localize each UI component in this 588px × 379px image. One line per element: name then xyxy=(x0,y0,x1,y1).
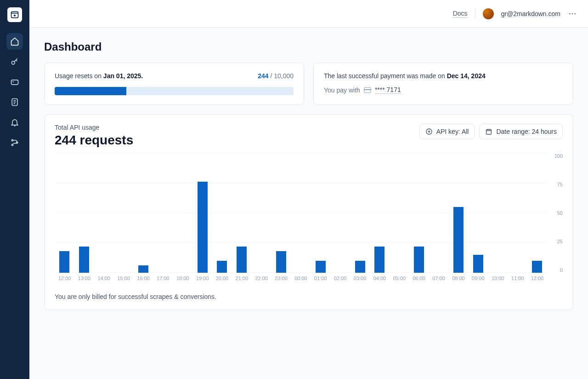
svg-point-9 xyxy=(575,13,576,14)
bar[interactable] xyxy=(414,247,424,273)
chart-area: 12:0013:0014:0015:0016:0017:0018:0019:00… xyxy=(55,153,563,287)
bar-slot xyxy=(449,153,469,273)
bar-slot xyxy=(74,153,94,273)
nav-keys[interactable] xyxy=(6,53,23,70)
bar-slot xyxy=(153,153,173,273)
x-tick: 04:00 xyxy=(370,276,390,287)
y-tick: 50 xyxy=(557,210,563,216)
x-tick: 13:00 xyxy=(74,276,94,287)
bar-slot xyxy=(134,153,153,273)
api-key-filter[interactable]: API key: All xyxy=(419,124,475,139)
x-tick: 07:00 xyxy=(429,276,449,287)
bar-slot xyxy=(291,153,311,273)
bar-slot xyxy=(212,153,232,273)
x-tick: 09:00 xyxy=(468,276,488,287)
x-tick: 16:00 xyxy=(134,276,153,287)
bar-slot xyxy=(114,153,134,273)
card-last4[interactable]: **** 7171 xyxy=(375,86,401,94)
bar-slot xyxy=(508,153,527,273)
nav-home[interactable] xyxy=(6,33,23,50)
more-menu-button[interactable] xyxy=(568,9,577,18)
bar-slot xyxy=(232,153,252,273)
bar[interactable] xyxy=(532,261,542,273)
credit-card-icon xyxy=(364,87,371,93)
svg-point-5 xyxy=(11,144,13,145)
pay-with-label: You pay with xyxy=(324,86,360,94)
x-tick: 22:00 xyxy=(252,276,271,287)
sidebar xyxy=(0,0,29,379)
user-email: gr@2markdown.com xyxy=(501,10,560,17)
bar[interactable] xyxy=(59,251,69,273)
chart-subtitle: Total API usage xyxy=(55,124,133,131)
x-tick: 08:00 xyxy=(449,276,469,287)
y-tick: 0 xyxy=(560,267,563,273)
nav-logs[interactable] xyxy=(6,94,23,110)
payment-card: The last successful payment was made on … xyxy=(313,63,573,105)
x-tick: 05:00 xyxy=(390,276,409,287)
bar-slot xyxy=(370,153,390,273)
bar[interactable] xyxy=(237,247,247,273)
x-tick: 23:00 xyxy=(271,276,291,287)
bar-slot xyxy=(173,153,192,273)
avatar[interactable] xyxy=(483,8,494,19)
bar[interactable] xyxy=(79,247,89,273)
bar-slot xyxy=(409,153,429,273)
bar-slot xyxy=(527,153,547,273)
bar-slot xyxy=(271,153,291,273)
bar-slot xyxy=(488,153,508,273)
x-tick: 02:00 xyxy=(330,276,350,287)
x-tick: 03:00 xyxy=(350,276,370,287)
nav-integrations[interactable] xyxy=(6,134,23,151)
bar[interactable] xyxy=(198,182,208,273)
bar[interactable] xyxy=(217,261,227,273)
bar[interactable] xyxy=(355,261,365,273)
x-tick: 12:00 xyxy=(527,276,547,287)
x-tick: 19:00 xyxy=(192,276,212,287)
payment-status-text: The last successful payment was made on … xyxy=(324,72,563,80)
bar-slot xyxy=(350,153,370,273)
x-tick: 00:00 xyxy=(291,276,311,287)
nav-playground[interactable] xyxy=(6,74,23,90)
x-tick: 11:00 xyxy=(508,276,527,287)
docs-link[interactable]: Docs xyxy=(453,10,468,18)
svg-rect-2 xyxy=(11,80,18,85)
date-range-filter[interactable]: Date range: 24 hours xyxy=(479,124,563,139)
bar[interactable] xyxy=(374,247,384,273)
bar-slot xyxy=(311,153,330,273)
billing-note: You are only billed for successful scrap… xyxy=(55,293,563,300)
x-tick: 01:00 xyxy=(311,276,330,287)
x-tick: 14:00 xyxy=(94,276,114,287)
bar[interactable] xyxy=(453,207,464,273)
y-tick: 75 xyxy=(557,182,563,187)
usage-count: 244 / 10,000 xyxy=(258,72,294,80)
bar-slot xyxy=(468,153,488,273)
plus-circle-icon xyxy=(425,128,433,135)
nav-notifications[interactable] xyxy=(6,114,23,131)
x-tick: 21:00 xyxy=(232,276,252,287)
dots-horizontal-icon xyxy=(568,9,577,18)
divider xyxy=(475,8,475,19)
usage-card: Usage resets on Jan 01, 2025. 244 / 10,0… xyxy=(44,63,304,105)
bar-slot xyxy=(390,153,409,273)
chart-card: Total API usage 244 requests API key: Al… xyxy=(44,114,573,310)
topbar: Docs gr@2markdown.com xyxy=(29,0,588,28)
svg-point-4 xyxy=(11,139,13,141)
bar[interactable] xyxy=(473,255,483,273)
x-tick: 18:00 xyxy=(173,276,192,287)
x-tick: 20:00 xyxy=(212,276,232,287)
bar-slot xyxy=(55,153,74,273)
x-tick: 06:00 xyxy=(409,276,429,287)
calendar-icon xyxy=(485,128,492,135)
bar-slot xyxy=(330,153,350,273)
bar-slot xyxy=(192,153,212,273)
svg-point-7 xyxy=(569,13,571,14)
x-tick: 10:00 xyxy=(488,276,508,287)
x-tick: 12:00 xyxy=(55,276,74,287)
usage-reset-text: Usage resets on Jan 01, 2025. xyxy=(55,72,143,80)
svg-point-8 xyxy=(572,13,573,14)
bar[interactable] xyxy=(316,261,326,273)
usage-progress-bar xyxy=(55,87,294,95)
y-tick: 25 xyxy=(557,239,563,244)
bar[interactable] xyxy=(138,265,148,273)
bar[interactable] xyxy=(276,251,286,273)
